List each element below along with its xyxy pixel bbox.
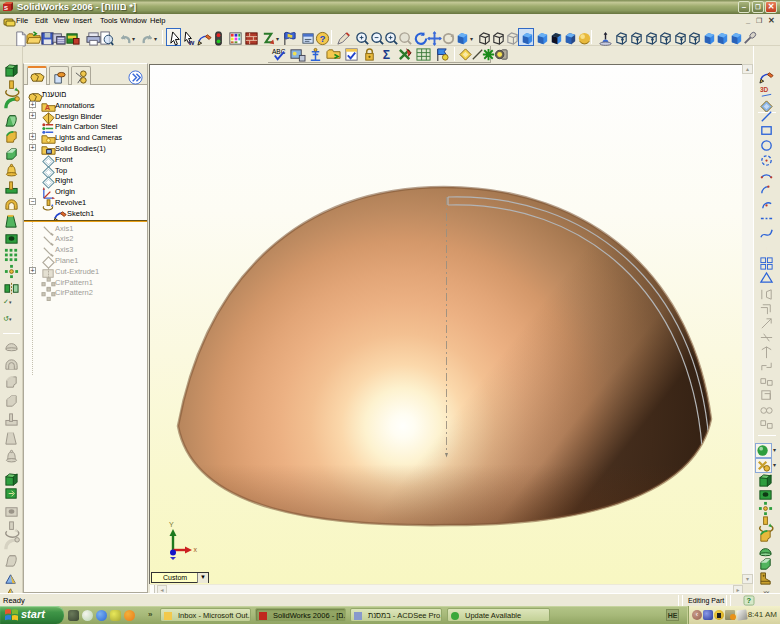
svg-text:x: x — [194, 546, 198, 553]
svg-text:S: S — [4, 5, 8, 11]
svg-text:?: ? — [320, 34, 326, 44]
svg-text:w: w — [188, 38, 195, 47]
svg-text:3D: 3D — [760, 86, 769, 93]
svg-text:?: ? — [747, 596, 752, 605]
svg-text:Y: Y — [169, 521, 174, 528]
svg-text:Σ: Σ — [383, 48, 390, 62]
